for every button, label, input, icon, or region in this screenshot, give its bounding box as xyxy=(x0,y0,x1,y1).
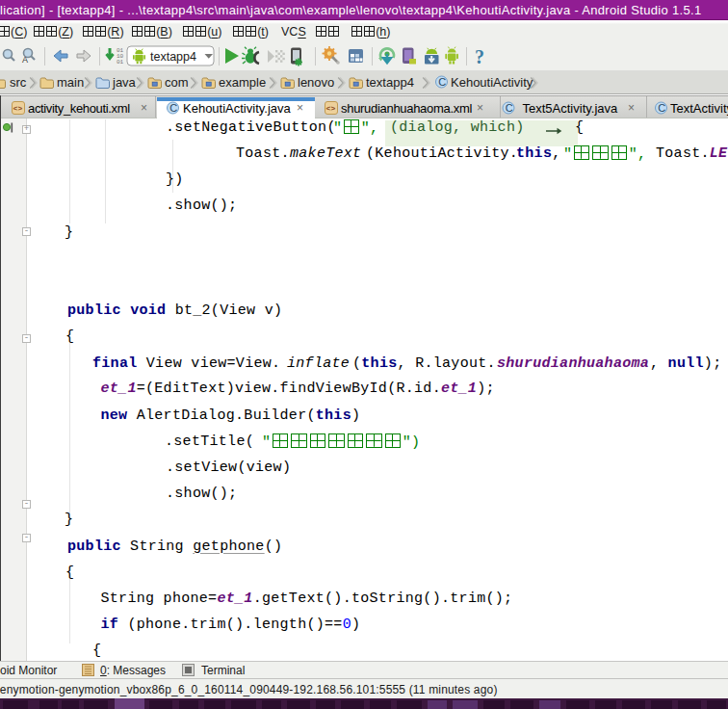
svg-text:?: ? xyxy=(475,46,484,67)
svg-text:01: 01 xyxy=(117,59,124,66)
svg-text:textapp4: textapp4 xyxy=(150,50,196,64)
svg-text:A: A xyxy=(22,55,28,65)
